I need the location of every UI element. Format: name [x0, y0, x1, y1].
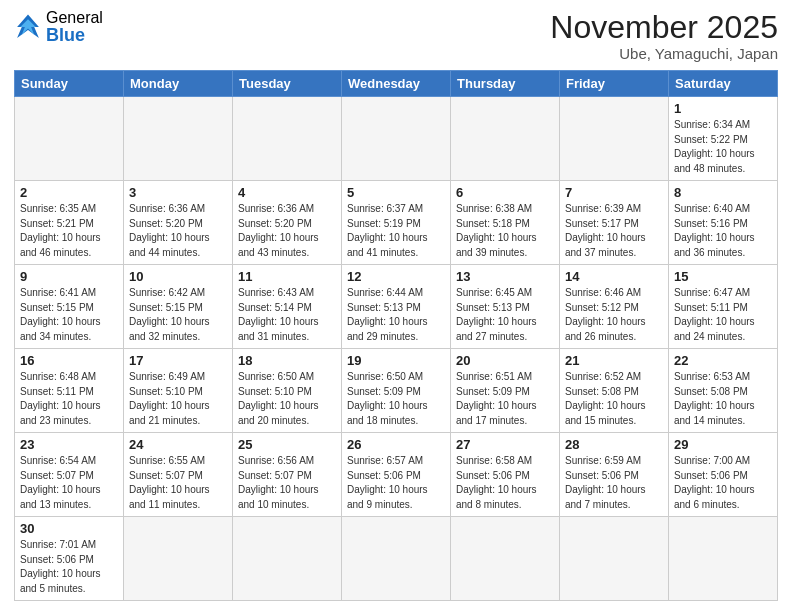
calendar-cell: 7Sunrise: 6:39 AM Sunset: 5:17 PM Daylig…	[560, 181, 669, 265]
day-info: Sunrise: 6:37 AM Sunset: 5:19 PM Dayligh…	[347, 202, 445, 260]
day-number: 19	[347, 353, 445, 368]
calendar-cell: 22Sunrise: 6:53 AM Sunset: 5:08 PM Dayli…	[669, 349, 778, 433]
day-info: Sunrise: 6:50 AM Sunset: 5:10 PM Dayligh…	[238, 370, 336, 428]
day-number: 14	[565, 269, 663, 284]
header-friday: Friday	[560, 71, 669, 97]
day-info: Sunrise: 6:59 AM Sunset: 5:06 PM Dayligh…	[565, 454, 663, 512]
calendar-cell: 25Sunrise: 6:56 AM Sunset: 5:07 PM Dayli…	[233, 433, 342, 517]
day-info: Sunrise: 6:55 AM Sunset: 5:07 PM Dayligh…	[129, 454, 227, 512]
day-number: 11	[238, 269, 336, 284]
day-info: Sunrise: 6:47 AM Sunset: 5:11 PM Dayligh…	[674, 286, 772, 344]
day-info: Sunrise: 6:36 AM Sunset: 5:20 PM Dayligh…	[238, 202, 336, 260]
calendar-cell	[233, 517, 342, 601]
calendar-cell: 8Sunrise: 6:40 AM Sunset: 5:16 PM Daylig…	[669, 181, 778, 265]
calendar-cell	[124, 517, 233, 601]
day-number: 22	[674, 353, 772, 368]
day-info: Sunrise: 6:35 AM Sunset: 5:21 PM Dayligh…	[20, 202, 118, 260]
day-info: Sunrise: 6:50 AM Sunset: 5:09 PM Dayligh…	[347, 370, 445, 428]
calendar-cell: 24Sunrise: 6:55 AM Sunset: 5:07 PM Dayli…	[124, 433, 233, 517]
day-info: Sunrise: 6:53 AM Sunset: 5:08 PM Dayligh…	[674, 370, 772, 428]
calendar-row: 23Sunrise: 6:54 AM Sunset: 5:07 PM Dayli…	[15, 433, 778, 517]
calendar-cell	[342, 517, 451, 601]
day-info: Sunrise: 6:45 AM Sunset: 5:13 PM Dayligh…	[456, 286, 554, 344]
calendar-cell: 14Sunrise: 6:46 AM Sunset: 5:12 PM Dayli…	[560, 265, 669, 349]
day-number: 9	[20, 269, 118, 284]
calendar-cell	[451, 517, 560, 601]
day-info: Sunrise: 6:43 AM Sunset: 5:14 PM Dayligh…	[238, 286, 336, 344]
month-title: November 2025	[550, 10, 778, 45]
header-wednesday: Wednesday	[342, 71, 451, 97]
calendar-cell	[124, 97, 233, 181]
day-number: 10	[129, 269, 227, 284]
calendar-cell: 15Sunrise: 6:47 AM Sunset: 5:11 PM Dayli…	[669, 265, 778, 349]
calendar-cell: 10Sunrise: 6:42 AM Sunset: 5:15 PM Dayli…	[124, 265, 233, 349]
calendar-cell	[342, 97, 451, 181]
header-thursday: Thursday	[451, 71, 560, 97]
calendar-cell: 18Sunrise: 6:50 AM Sunset: 5:10 PM Dayli…	[233, 349, 342, 433]
day-info: Sunrise: 6:41 AM Sunset: 5:15 PM Dayligh…	[20, 286, 118, 344]
calendar-cell: 27Sunrise: 6:58 AM Sunset: 5:06 PM Dayli…	[451, 433, 560, 517]
calendar-cell: 17Sunrise: 6:49 AM Sunset: 5:10 PM Dayli…	[124, 349, 233, 433]
day-number: 20	[456, 353, 554, 368]
calendar-cell: 11Sunrise: 6:43 AM Sunset: 5:14 PM Dayli…	[233, 265, 342, 349]
day-info: Sunrise: 7:00 AM Sunset: 5:06 PM Dayligh…	[674, 454, 772, 512]
day-number: 8	[674, 185, 772, 200]
calendar-cell: 30Sunrise: 7:01 AM Sunset: 5:06 PM Dayli…	[15, 517, 124, 601]
day-number: 30	[20, 521, 118, 536]
logo-icon	[14, 13, 42, 41]
header-monday: Monday	[124, 71, 233, 97]
day-info: Sunrise: 6:42 AM Sunset: 5:15 PM Dayligh…	[129, 286, 227, 344]
day-number: 3	[129, 185, 227, 200]
calendar-row: 30Sunrise: 7:01 AM Sunset: 5:06 PM Dayli…	[15, 517, 778, 601]
day-info: Sunrise: 7:01 AM Sunset: 5:06 PM Dayligh…	[20, 538, 118, 596]
day-number: 7	[565, 185, 663, 200]
day-info: Sunrise: 6:40 AM Sunset: 5:16 PM Dayligh…	[674, 202, 772, 260]
day-info: Sunrise: 6:36 AM Sunset: 5:20 PM Dayligh…	[129, 202, 227, 260]
calendar-cell	[669, 517, 778, 601]
calendar-cell: 28Sunrise: 6:59 AM Sunset: 5:06 PM Dayli…	[560, 433, 669, 517]
calendar-cell	[233, 97, 342, 181]
calendar: Sunday Monday Tuesday Wednesday Thursday…	[14, 70, 778, 601]
calendar-cell: 2Sunrise: 6:35 AM Sunset: 5:21 PM Daylig…	[15, 181, 124, 265]
day-number: 18	[238, 353, 336, 368]
header-saturday: Saturday	[669, 71, 778, 97]
day-number: 12	[347, 269, 445, 284]
day-number: 16	[20, 353, 118, 368]
calendar-cell: 13Sunrise: 6:45 AM Sunset: 5:13 PM Dayli…	[451, 265, 560, 349]
title-block: November 2025 Ube, Yamaguchi, Japan	[550, 10, 778, 62]
logo: GeneralBlue	[14, 10, 103, 44]
calendar-cell: 20Sunrise: 6:51 AM Sunset: 5:09 PM Dayli…	[451, 349, 560, 433]
page: GeneralBlue November 2025 Ube, Yamaguchi…	[0, 0, 792, 611]
calendar-cell: 26Sunrise: 6:57 AM Sunset: 5:06 PM Dayli…	[342, 433, 451, 517]
day-info: Sunrise: 6:56 AM Sunset: 5:07 PM Dayligh…	[238, 454, 336, 512]
day-number: 25	[238, 437, 336, 452]
day-info: Sunrise: 6:49 AM Sunset: 5:10 PM Dayligh…	[129, 370, 227, 428]
day-info: Sunrise: 6:44 AM Sunset: 5:13 PM Dayligh…	[347, 286, 445, 344]
calendar-row: 16Sunrise: 6:48 AM Sunset: 5:11 PM Dayli…	[15, 349, 778, 433]
header-tuesday: Tuesday	[233, 71, 342, 97]
day-number: 23	[20, 437, 118, 452]
day-info: Sunrise: 6:51 AM Sunset: 5:09 PM Dayligh…	[456, 370, 554, 428]
day-info: Sunrise: 6:34 AM Sunset: 5:22 PM Dayligh…	[674, 118, 772, 176]
logo-blue: Blue	[46, 26, 103, 44]
calendar-cell: 12Sunrise: 6:44 AM Sunset: 5:13 PM Dayli…	[342, 265, 451, 349]
calendar-cell: 19Sunrise: 6:50 AM Sunset: 5:09 PM Dayli…	[342, 349, 451, 433]
day-number: 13	[456, 269, 554, 284]
day-info: Sunrise: 6:38 AM Sunset: 5:18 PM Dayligh…	[456, 202, 554, 260]
calendar-cell: 21Sunrise: 6:52 AM Sunset: 5:08 PM Dayli…	[560, 349, 669, 433]
day-number: 15	[674, 269, 772, 284]
weekday-header-row: Sunday Monday Tuesday Wednesday Thursday…	[15, 71, 778, 97]
logo-text: GeneralBlue	[46, 10, 103, 44]
day-number: 27	[456, 437, 554, 452]
calendar-cell: 29Sunrise: 7:00 AM Sunset: 5:06 PM Dayli…	[669, 433, 778, 517]
calendar-cell	[560, 97, 669, 181]
calendar-row: 9Sunrise: 6:41 AM Sunset: 5:15 PM Daylig…	[15, 265, 778, 349]
day-number: 28	[565, 437, 663, 452]
day-number: 6	[456, 185, 554, 200]
day-number: 29	[674, 437, 772, 452]
calendar-row: 2Sunrise: 6:35 AM Sunset: 5:21 PM Daylig…	[15, 181, 778, 265]
calendar-cell	[451, 97, 560, 181]
calendar-cell: 4Sunrise: 6:36 AM Sunset: 5:20 PM Daylig…	[233, 181, 342, 265]
day-number: 17	[129, 353, 227, 368]
day-info: Sunrise: 6:57 AM Sunset: 5:06 PM Dayligh…	[347, 454, 445, 512]
